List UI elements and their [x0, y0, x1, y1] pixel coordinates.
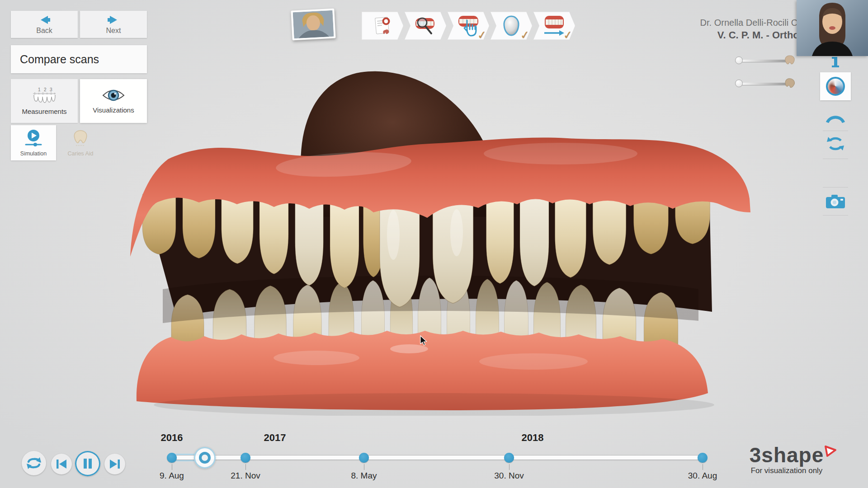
svg-text:3: 3: [50, 87, 52, 92]
next-button[interactable]: Next: [80, 11, 147, 38]
timeline-date-label: 8. May: [351, 471, 377, 481]
timeline-date-label: 30. Nov: [494, 471, 524, 481]
timeline-point[interactable]: [167, 453, 177, 463]
webcam-overlay[interactable]: [797, 0, 868, 56]
patient-portrait: [293, 10, 334, 39]
tab-measurements-label: Measurements: [22, 108, 66, 115]
page-title: Compare scans: [11, 45, 147, 73]
doctor-name: Dr. Ornella Delli-Rocili Chiab: [543, 16, 815, 29]
timeline-track[interactable]: [172, 455, 703, 460]
loop-button[interactable]: [22, 451, 46, 475]
timeline-point[interactable]: [241, 453, 250, 463]
arrow-left-icon: [35, 14, 53, 25]
timeline-date-label: 9. Aug: [160, 471, 184, 481]
loop-icon: [25, 455, 43, 471]
arch-curve-icon: [825, 113, 846, 123]
slider-track[interactable]: [739, 83, 788, 85]
screenshot-button[interactable]: [825, 193, 846, 210]
tab-visualizations-label: Visualizations: [93, 106, 134, 114]
toolbar-divider: [823, 159, 848, 159]
back-button-label: Back: [36, 27, 52, 35]
brand-block: 3shape For visualization only: [741, 445, 832, 475]
timeline-tick: [364, 464, 364, 470]
back-button[interactable]: Back: [11, 11, 78, 38]
workflow-step-adjust-teeth[interactable]: [448, 12, 489, 40]
timeline-date-label: 21. Nov: [231, 471, 260, 481]
upper-jaw-icon: [784, 55, 796, 66]
tooth-model-icon: [500, 14, 522, 37]
toolbar-divider: [823, 215, 848, 216]
visualization-disclaimer: For visualization only: [741, 466, 832, 475]
toolbar-divider: [823, 187, 848, 188]
timeline-date-label: 30. Aug: [688, 471, 717, 481]
timeline-point[interactable]: [698, 453, 708, 463]
timeline-tick: [703, 464, 703, 470]
color-view-button[interactable]: [820, 72, 851, 100]
doctor-info: Dr. Ornella Delli-Rocili Chiab V. C. P. …: [543, 16, 815, 42]
timeline-year-2016: 2016: [161, 432, 183, 444]
tool-simulation-label: Simulation: [20, 150, 47, 157]
timeline-tick: [172, 464, 172, 470]
caries-tooth-icon: [72, 129, 89, 148]
timeline-point[interactable]: [359, 453, 369, 463]
workflow-step-examine-scan[interactable]: [405, 12, 446, 40]
timeline-year-2017: 2017: [264, 432, 286, 444]
slider-track[interactable]: [739, 60, 788, 62]
skip-to-end-button[interactable]: [104, 454, 125, 474]
timeline-tick: [245, 464, 246, 470]
screenshot-camera-icon: [825, 193, 846, 210]
tool-caries-aid[interactable]: Caries Aid: [58, 125, 103, 160]
tab-measurements[interactable]: 1 2 3 Measurements: [11, 79, 78, 123]
arrow-right-icon: [104, 14, 123, 25]
3d-viewport[interactable]: [0, 0, 868, 488]
arch-curve-button[interactable]: [825, 111, 846, 125]
lower-jaw-opacity-slider[interactable]: [735, 80, 796, 88]
skip-to-start-icon: [56, 459, 67, 469]
next-button-label: Next: [106, 27, 121, 35]
timeline-playhead[interactable]: [194, 447, 216, 469]
timeline-tick: [509, 464, 509, 470]
color-view-icon: [826, 77, 845, 96]
skip-to-start-button[interactable]: [51, 454, 72, 474]
examine-teeth-magnifier-icon: [413, 14, 438, 37]
mouse-cursor: [420, 335, 429, 346]
reset-rotation-icon: [825, 133, 846, 154]
slider-knob[interactable]: [735, 56, 743, 64]
clinic-name: V. C. P. M. - Ortho De: [543, 29, 815, 42]
reset-rotation-button[interactable]: [825, 133, 846, 155]
webcam-video: [797, 0, 868, 56]
tool-simulation[interactable]: Simulation: [11, 125, 56, 160]
play-slider-icon: [24, 129, 43, 148]
workflow-step-treatment-report[interactable]: [362, 12, 403, 40]
timeline-year-2018: 2018: [522, 432, 544, 444]
brand-logo-triangle-icon: [824, 445, 837, 457]
skip-to-end-icon: [109, 459, 121, 469]
slider-knob[interactable]: [735, 80, 743, 87]
teeth-ruler-icon: 1 2 3: [30, 87, 58, 104]
treatment-report-icon: [372, 15, 393, 36]
upper-jaw-opacity-slider[interactable]: [735, 56, 796, 65]
svg-text:2: 2: [44, 87, 47, 92]
eye-icon: [102, 88, 125, 103]
teeth-3d-model: [122, 63, 755, 416]
brand-logo-text: 3shape: [741, 445, 832, 465]
tab-visualizations[interactable]: Visualizations: [80, 79, 147, 123]
svg-text:1: 1: [38, 87, 41, 92]
pause-button[interactable]: [75, 451, 100, 476]
patient-photo-thumbnail[interactable]: [291, 9, 335, 41]
toolbar-divider: [823, 131, 848, 131]
timeline-point[interactable]: [504, 453, 514, 463]
workflow-step-tooth-model[interactable]: [491, 12, 532, 40]
tool-caries-aid-label: Caries Aid: [68, 150, 94, 157]
pause-icon: [83, 458, 93, 469]
